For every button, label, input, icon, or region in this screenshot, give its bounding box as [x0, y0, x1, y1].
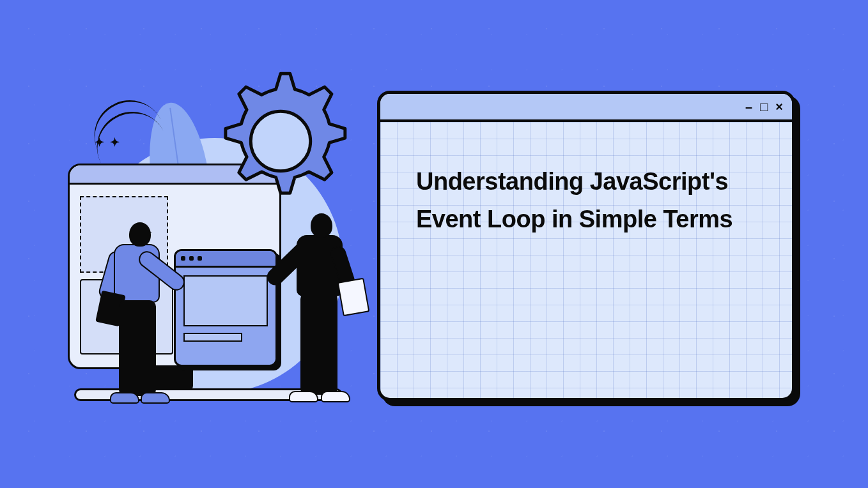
close-icon: × [775, 100, 783, 113]
article-title: Understanding JavaScript's Event Loop in… [416, 163, 741, 238]
svg-point-0 [251, 111, 310, 171]
window-titlebar: – □ × [380, 94, 792, 122]
gear-icon [202, 63, 359, 220]
title-window-card: – □ × Understanding JavaScript's Event L… [377, 91, 795, 401]
developer-with-paper-icon [271, 213, 367, 418]
paper-icon [337, 278, 370, 316]
minimize-icon: – [745, 100, 752, 113]
sparkle-icon: ✦ ✦ [95, 135, 121, 149]
app-window-icon [174, 249, 277, 367]
developer-pointing-icon [95, 222, 184, 414]
maximize-icon: □ [760, 100, 768, 113]
hero-illustration: ✦ ✦ ✦ [61, 55, 362, 432]
